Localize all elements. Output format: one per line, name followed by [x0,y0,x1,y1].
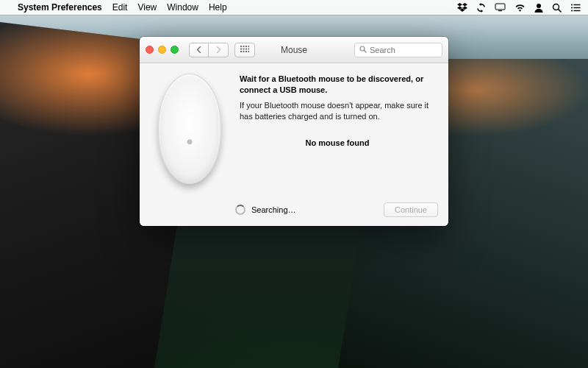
forward-button[interactable] [209,43,228,57]
svg-rect-1 [498,10,502,11]
svg-rect-17 [245,48,247,49]
spinner-icon [235,205,245,215]
svg-rect-0 [495,4,505,10]
preferences-window: Mouse Wait for a Bluetooth mouse to be d… [140,37,448,226]
status-text: No mouse found [240,138,435,149]
spotlight-icon[interactable] [552,3,562,13]
wifi-icon[interactable] [514,4,526,12]
menu-window[interactable]: Window [167,2,198,13]
svg-rect-6 [574,4,581,4]
user-icon[interactable] [534,3,543,13]
svg-rect-20 [243,51,245,52]
continue-button[interactable]: Continue [384,202,438,217]
menu-extras-icon[interactable] [570,4,581,12]
svg-line-4 [559,9,562,12]
menu-edit[interactable]: Edit [112,2,128,13]
menu-bar: System Preferences Edit View Window Help [0,0,588,15]
menu-help[interactable]: Help [209,2,227,13]
grid-icon [235,43,254,57]
minimize-button[interactable] [158,46,166,54]
svg-rect-15 [240,48,242,49]
search-field[interactable] [354,43,442,57]
svg-rect-18 [248,48,250,49]
zoom-button[interactable] [171,46,179,54]
back-button[interactable] [190,43,209,57]
svg-rect-21 [245,51,247,52]
magic-mouse-icon [158,74,221,184]
menu-view[interactable]: View [137,2,157,13]
svg-rect-14 [248,46,250,47]
search-icon [359,46,367,54]
window-titlebar[interactable]: Mouse [140,37,448,63]
searching-label: Searching… [251,205,296,214]
svg-point-2 [537,4,541,8]
svg-line-24 [364,50,366,52]
nav-segmented [189,43,229,57]
svg-rect-22 [248,51,250,52]
mouse-illustration [153,74,226,187]
search-input[interactable] [370,46,437,54]
svg-rect-10 [574,10,581,10]
dropbox-icon[interactable] [457,3,467,12]
app-menu[interactable]: System Preferences [18,2,102,13]
svg-point-7 [571,7,573,8]
svg-point-5 [571,4,573,5]
svg-rect-13 [245,46,247,47]
show-all-button[interactable] [234,43,255,57]
display-icon[interactable] [495,3,506,12]
svg-rect-19 [240,51,242,52]
sync-icon[interactable] [476,3,486,13]
svg-rect-16 [243,48,245,49]
svg-rect-12 [243,46,245,47]
heading-text: Wait for a Bluetooth mouse to be discove… [240,74,435,96]
close-button[interactable] [146,46,154,54]
svg-point-9 [571,10,573,11]
info-text: If your Bluetooth mouse doesn't appear, … [240,100,435,122]
svg-rect-8 [574,7,581,7]
svg-rect-11 [240,46,242,47]
